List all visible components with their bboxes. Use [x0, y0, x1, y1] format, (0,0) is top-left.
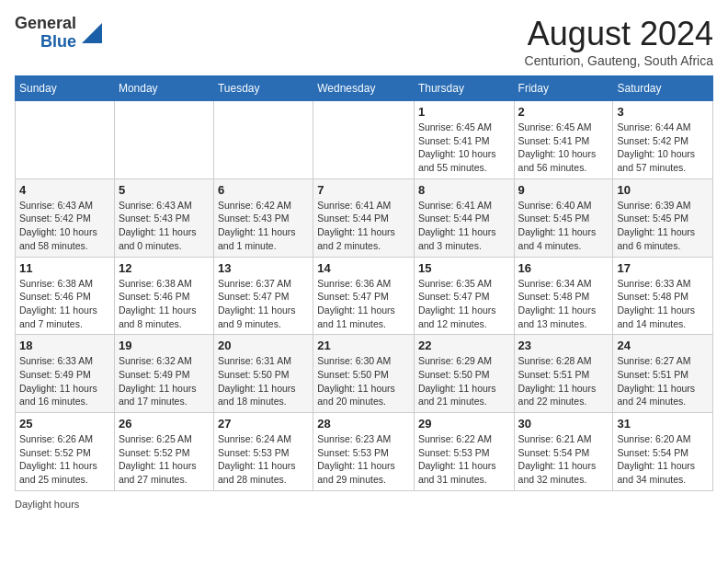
day-cell: 21Sunrise: 6:30 AM Sunset: 5:50 PM Dayli… [313, 335, 415, 413]
day-number: 14 [317, 261, 410, 275]
day-cell [16, 101, 115, 179]
day-number: 26 [119, 417, 210, 431]
day-number: 20 [218, 339, 309, 352]
day-info: Sunrise: 6:22 AM Sunset: 5:53 PM Dayligh… [418, 432, 510, 487]
day-header-thursday: Thursday [414, 76, 514, 101]
day-info: Sunrise: 6:45 AM Sunset: 5:41 PM Dayligh… [518, 121, 609, 175]
day-number: 30 [518, 417, 609, 431]
day-cell: 10Sunrise: 6:39 AM Sunset: 5:45 PM Dayli… [613, 178, 713, 257]
day-number: 18 [19, 339, 110, 352]
day-cell: 9Sunrise: 6:40 AM Sunset: 5:45 PM Daylig… [514, 178, 613, 257]
day-cell: 13Sunrise: 6:37 AM Sunset: 5:47 PM Dayli… [213, 257, 313, 335]
day-cell: 22Sunrise: 6:29 AM Sunset: 5:50 PM Dayli… [414, 335, 514, 413]
day-number: 21 [317, 339, 410, 352]
day-cell [213, 101, 313, 179]
day-info: Sunrise: 6:42 AM Sunset: 5:43 PM Dayligh… [218, 199, 309, 253]
day-number: 24 [617, 339, 709, 352]
day-number: 7 [317, 183, 410, 197]
day-cell: 25Sunrise: 6:26 AM Sunset: 5:52 PM Dayli… [16, 413, 115, 491]
day-info: Sunrise: 6:32 AM Sunset: 5:49 PM Dayligh… [119, 354, 210, 408]
day-info: Sunrise: 6:33 AM Sunset: 5:48 PM Dayligh… [617, 277, 709, 331]
day-cell: 3Sunrise: 6:44 AM Sunset: 5:42 PM Daylig… [613, 101, 713, 179]
day-info: Sunrise: 6:35 AM Sunset: 5:47 PM Dayligh… [418, 277, 510, 331]
logo-general-text: General [15, 15, 76, 33]
day-cell: 14Sunrise: 6:36 AM Sunset: 5:47 PM Dayli… [313, 257, 415, 335]
day-header-friday: Friday [514, 76, 613, 101]
day-info: Sunrise: 6:27 AM Sunset: 5:51 PM Dayligh… [617, 354, 709, 408]
day-info: Sunrise: 6:28 AM Sunset: 5:51 PM Dayligh… [518, 354, 609, 408]
day-header-saturday: Saturday [613, 76, 713, 101]
logo-triangle-icon [82, 23, 102, 43]
day-number: 5 [119, 183, 210, 197]
day-header-sunday: Sunday [16, 76, 115, 101]
day-cell: 11Sunrise: 6:38 AM Sunset: 5:46 PM Dayli… [16, 257, 115, 335]
day-info: Sunrise: 6:36 AM Sunset: 5:47 PM Dayligh… [317, 277, 410, 331]
day-cell: 18Sunrise: 6:33 AM Sunset: 5:49 PM Dayli… [16, 335, 115, 413]
day-cell: 31Sunrise: 6:20 AM Sunset: 5:54 PM Dayli… [613, 413, 713, 491]
legend: Daylight hours [15, 499, 713, 510]
day-info: Sunrise: 6:21 AM Sunset: 5:54 PM Dayligh… [518, 432, 609, 487]
day-info: Sunrise: 6:23 AM Sunset: 5:53 PM Dayligh… [317, 432, 410, 487]
day-info: Sunrise: 6:40 AM Sunset: 5:45 PM Dayligh… [518, 199, 609, 253]
day-cell: 15Sunrise: 6:35 AM Sunset: 5:47 PM Dayli… [414, 257, 514, 335]
day-info: Sunrise: 6:38 AM Sunset: 5:46 PM Dayligh… [19, 277, 110, 331]
location-subtitle: Centurion, Gauteng, South Africa [525, 53, 713, 68]
day-number: 17 [617, 261, 709, 275]
day-cell: 23Sunrise: 6:28 AM Sunset: 5:51 PM Dayli… [514, 335, 613, 413]
day-cell: 2Sunrise: 6:45 AM Sunset: 5:41 PM Daylig… [514, 101, 613, 179]
day-cell: 30Sunrise: 6:21 AM Sunset: 5:54 PM Dayli… [514, 413, 613, 491]
day-cell: 28Sunrise: 6:23 AM Sunset: 5:53 PM Dayli… [313, 413, 415, 491]
day-number: 28 [317, 417, 410, 431]
day-info: Sunrise: 6:44 AM Sunset: 5:42 PM Dayligh… [617, 121, 709, 175]
day-number: 9 [518, 183, 609, 197]
day-cell: 4Sunrise: 6:43 AM Sunset: 5:42 PM Daylig… [16, 178, 115, 257]
week-row-4: 18Sunrise: 6:33 AM Sunset: 5:49 PM Dayli… [16, 335, 713, 413]
day-cell: 29Sunrise: 6:22 AM Sunset: 5:53 PM Dayli… [414, 413, 514, 491]
day-cell [114, 101, 213, 179]
day-number: 16 [518, 261, 609, 275]
day-info: Sunrise: 6:31 AM Sunset: 5:50 PM Dayligh… [218, 354, 309, 408]
day-info: Sunrise: 6:39 AM Sunset: 5:45 PM Dayligh… [617, 199, 709, 253]
title-area: August 2024 Centurion, Gauteng, South Af… [525, 15, 713, 68]
legend-label: Daylight hours [15, 499, 79, 510]
day-number: 12 [119, 261, 210, 275]
day-info: Sunrise: 6:33 AM Sunset: 5:49 PM Dayligh… [19, 354, 110, 408]
day-info: Sunrise: 6:37 AM Sunset: 5:47 PM Dayligh… [218, 277, 309, 331]
day-info: Sunrise: 6:41 AM Sunset: 5:44 PM Dayligh… [418, 199, 510, 253]
page-header: General Blue August 2024 Centurion, Gaut… [15, 15, 713, 68]
day-info: Sunrise: 6:41 AM Sunset: 5:44 PM Dayligh… [317, 199, 410, 253]
day-cell: 6Sunrise: 6:42 AM Sunset: 5:43 PM Daylig… [213, 178, 313, 257]
day-info: Sunrise: 6:34 AM Sunset: 5:48 PM Dayligh… [518, 277, 609, 331]
day-number: 31 [617, 417, 709, 431]
day-number: 8 [418, 183, 510, 197]
day-cell: 7Sunrise: 6:41 AM Sunset: 5:44 PM Daylig… [313, 178, 415, 257]
logo-blue-text: Blue [40, 33, 76, 52]
day-info: Sunrise: 6:43 AM Sunset: 5:42 PM Dayligh… [19, 199, 110, 253]
svg-marker-0 [82, 23, 102, 43]
day-number: 25 [19, 417, 110, 431]
calendar-table: SundayMondayTuesdayWednesdayThursdayFrid… [15, 75, 713, 491]
day-info: Sunrise: 6:29 AM Sunset: 5:50 PM Dayligh… [418, 354, 510, 408]
day-number: 27 [218, 417, 309, 431]
week-row-2: 4Sunrise: 6:43 AM Sunset: 5:42 PM Daylig… [16, 178, 713, 257]
day-cell: 24Sunrise: 6:27 AM Sunset: 5:51 PM Dayli… [613, 335, 713, 413]
days-header-row: SundayMondayTuesdayWednesdayThursdayFrid… [16, 76, 713, 101]
day-info: Sunrise: 6:20 AM Sunset: 5:54 PM Dayligh… [617, 432, 709, 487]
logo: General Blue [15, 15, 102, 52]
day-info: Sunrise: 6:45 AM Sunset: 5:41 PM Dayligh… [418, 121, 510, 175]
day-number: 22 [418, 339, 510, 352]
day-number: 29 [418, 417, 510, 431]
day-cell: 1Sunrise: 6:45 AM Sunset: 5:41 PM Daylig… [414, 101, 514, 179]
day-info: Sunrise: 6:38 AM Sunset: 5:46 PM Dayligh… [119, 277, 210, 331]
day-cell: 17Sunrise: 6:33 AM Sunset: 5:48 PM Dayli… [613, 257, 713, 335]
day-number: 2 [518, 105, 609, 119]
day-number: 15 [418, 261, 510, 275]
day-cell: 5Sunrise: 6:43 AM Sunset: 5:43 PM Daylig… [114, 178, 213, 257]
month-title: August 2024 [525, 15, 713, 53]
day-header-wednesday: Wednesday [313, 76, 415, 101]
day-cell: 20Sunrise: 6:31 AM Sunset: 5:50 PM Dayli… [213, 335, 313, 413]
day-header-tuesday: Tuesday [213, 76, 313, 101]
day-number: 6 [218, 183, 309, 197]
day-number: 23 [518, 339, 609, 352]
day-number: 1 [418, 105, 510, 119]
